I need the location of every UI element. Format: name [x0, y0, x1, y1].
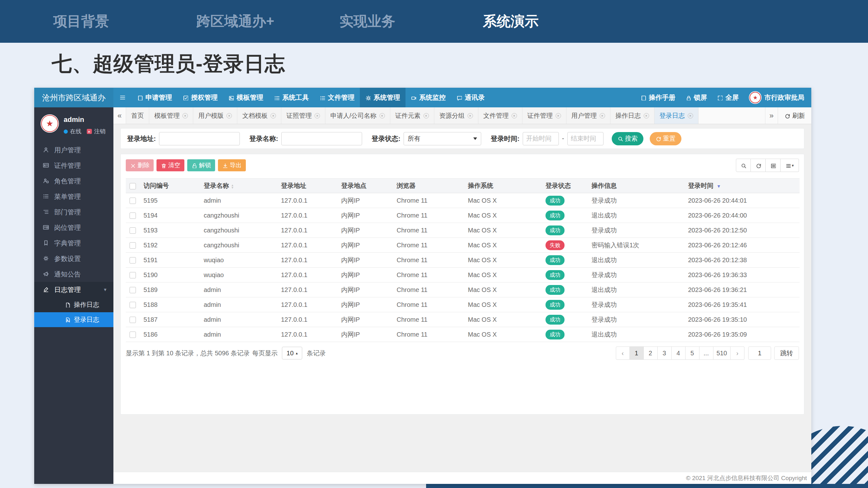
- menu-item-files[interactable]: 文件管理: [314, 88, 360, 107]
- sidebar-subitem-operation-log[interactable]: 操作日志: [34, 297, 114, 312]
- slide-nav-item-business[interactable]: 实现业务: [340, 12, 483, 31]
- table-row[interactable]: 5186 admin 127.0.0.1 内网IP Chrome 11 Mac …: [126, 327, 800, 342]
- page-size-select[interactable]: 10▴: [282, 347, 302, 359]
- sidebar-item-users[interactable]: 用户管理: [34, 142, 114, 158]
- manual-button[interactable]: 操作手册: [641, 93, 675, 102]
- page-button[interactable]: 2: [644, 347, 658, 360]
- tab-close-icon[interactable]: ×: [600, 113, 605, 119]
- row-checkbox[interactable]: [130, 198, 136, 204]
- start-time-input[interactable]: [523, 132, 559, 145]
- tab-close-icon[interactable]: ×: [512, 113, 517, 119]
- sidebar-item-roles[interactable]: 角色管理: [34, 173, 114, 189]
- slide-nav-item-crossregion[interactable]: 跨区域通办+: [196, 12, 340, 31]
- sidebar-item-dictionary[interactable]: 字典管理: [34, 235, 114, 251]
- slide-nav-item-demo[interactable]: 系统演示: [483, 12, 626, 31]
- sidebar-item-departments[interactable]: 部门管理: [34, 204, 114, 220]
- table-view-toggle-button[interactable]: [766, 159, 781, 172]
- tab-close-icon[interactable]: ×: [226, 113, 232, 119]
- tab[interactable]: 首页: [126, 107, 149, 124]
- clear-button[interactable]: 清空: [156, 159, 184, 171]
- table-row[interactable]: 5193 cangzhoushi 127.0.0.1 内网IP Chrome 1…: [126, 223, 800, 238]
- tab-close-icon[interactable]: ×: [468, 113, 473, 119]
- row-checkbox[interactable]: [130, 272, 136, 279]
- tab[interactable]: 文件管理 ×: [478, 107, 522, 124]
- table-row[interactable]: 5190 wuqiao 127.0.0.1 内网IP Chrome 11 Mac…: [126, 268, 800, 283]
- col-login-time[interactable]: 登录时间▼: [684, 178, 800, 193]
- slide-nav-item-background[interactable]: 项目背景: [53, 12, 196, 31]
- export-button[interactable]: 导出: [218, 159, 246, 171]
- delete-button[interactable]: 删除: [126, 159, 154, 171]
- row-checkbox[interactable]: [130, 257, 136, 263]
- page-button[interactable]: 5: [685, 347, 700, 360]
- search-button[interactable]: 搜索: [612, 132, 643, 145]
- org-account[interactable]: ★ 市行政审批局: [749, 91, 804, 104]
- logout-link[interactable]: 注销: [94, 128, 105, 135]
- col-login-name[interactable]: 登录名称▴▾: [200, 178, 277, 193]
- tab[interactable]: 用户管理 ×: [566, 107, 611, 124]
- menu-item-template[interactable]: 模板管理: [223, 88, 269, 107]
- tab[interactable]: 文档模板 ×: [237, 107, 281, 124]
- row-checkbox[interactable]: [130, 242, 136, 249]
- login-address-input[interactable]: [159, 132, 240, 145]
- tab[interactable]: 申请人/公司名称 ×: [326, 107, 390, 124]
- page-button[interactable]: 510: [713, 347, 731, 360]
- tab-close-icon[interactable]: ×: [688, 113, 693, 119]
- tab-close-icon[interactable]: ×: [315, 113, 320, 119]
- sidebar-item-notices[interactable]: 通知公告: [34, 266, 114, 282]
- page-button[interactable]: ...: [700, 347, 713, 360]
- page-button[interactable]: 4: [672, 347, 685, 360]
- menu-item-contacts[interactable]: 通讯录: [451, 88, 490, 107]
- sidebar-toggle-button[interactable]: [114, 88, 132, 107]
- table-row[interactable]: 5188 admin 127.0.0.1 内网IP Chrome 11 Mac …: [126, 297, 800, 312]
- page-button[interactable]: 3: [658, 347, 672, 360]
- tab-close-icon[interactable]: ×: [424, 113, 429, 119]
- tab-close-icon[interactable]: ×: [556, 113, 561, 119]
- table-refresh-button[interactable]: [751, 159, 766, 172]
- tab-close-icon[interactable]: ×: [644, 113, 649, 119]
- page-button[interactable]: 1: [630, 347, 644, 360]
- row-checkbox[interactable]: [130, 331, 136, 338]
- table-row[interactable]: 5195 admin 127.0.0.1 内网IP Chrome 11 Mac …: [126, 193, 800, 208]
- sidebar-subitem-login-log[interactable]: 登录日志: [34, 312, 114, 327]
- sidebar-item-certificates[interactable]: 证件管理: [34, 158, 114, 173]
- menu-item-sysmanage[interactable]: 系统管理: [360, 88, 405, 107]
- tab[interactable]: 用户模版 ×: [193, 107, 237, 124]
- tab[interactable]: 证件元素 ×: [390, 107, 434, 124]
- table-row[interactable]: 5192 cangzhoushi 127.0.0.1 内网IP Chrome 1…: [126, 238, 800, 253]
- jump-button[interactable]: 跳转: [774, 347, 799, 360]
- tab[interactable]: 资源分组 ×: [434, 107, 478, 124]
- tab[interactable]: 登录日志 ×: [654, 107, 699, 124]
- tab[interactable]: 证件管理 ×: [522, 107, 566, 124]
- table-columns-button[interactable]: ▾: [781, 159, 799, 172]
- table-row[interactable]: 5191 wuqiao 127.0.0.1 内网IP Chrome 11 Mac…: [126, 253, 800, 268]
- tab-refresh-button[interactable]: 刷新: [778, 107, 811, 124]
- tabs-scroll-left-button[interactable]: «: [114, 107, 126, 124]
- login-status-select[interactable]: 所有: [404, 132, 481, 145]
- menu-item-authorize[interactable]: 授权管理: [177, 88, 223, 107]
- table-row[interactable]: 5187 admin 127.0.0.1 内网IP Chrome 11 Mac …: [126, 312, 800, 327]
- lock-screen-button[interactable]: 锁屏: [685, 93, 707, 102]
- row-checkbox[interactable]: [130, 287, 136, 293]
- reset-button[interactable]: 重置: [650, 132, 681, 145]
- menu-item-sysmonitor[interactable]: 系统监控: [405, 88, 451, 107]
- table-row[interactable]: 5194 cangzhoushi 127.0.0.1 内网IP Chrome 1…: [126, 208, 800, 223]
- tab[interactable]: 操作日志 ×: [611, 107, 654, 124]
- unlock-button[interactable]: 解锁: [187, 159, 215, 171]
- jump-page-input[interactable]: [748, 347, 771, 360]
- row-checkbox[interactable]: [130, 317, 136, 323]
- tab-close-icon[interactable]: ×: [379, 113, 385, 119]
- fullscreen-button[interactable]: 全屏: [717, 93, 739, 102]
- table-row[interactable]: 5189 admin 127.0.0.1 内网IP Chrome 11 Mac …: [126, 283, 800, 297]
- tab-close-icon[interactable]: ×: [183, 113, 188, 119]
- page-button[interactable]: ›: [731, 347, 744, 360]
- menu-item-systools[interactable]: 系统工具: [269, 88, 314, 107]
- page-button[interactable]: ‹: [616, 347, 630, 360]
- sidebar-item-menus[interactable]: 菜单管理: [34, 189, 114, 204]
- sidebar-item-logs[interactable]: 日志管理▾: [34, 282, 114, 297]
- sidebar-item-parameters[interactable]: 参数设置: [34, 251, 114, 266]
- login-name-input[interactable]: [281, 132, 362, 145]
- menu-item-apply[interactable]: 申请管理: [132, 88, 177, 107]
- tab[interactable]: 证照管理 ×: [281, 107, 326, 124]
- row-checkbox[interactable]: [130, 302, 136, 308]
- end-time-input[interactable]: [567, 132, 603, 145]
